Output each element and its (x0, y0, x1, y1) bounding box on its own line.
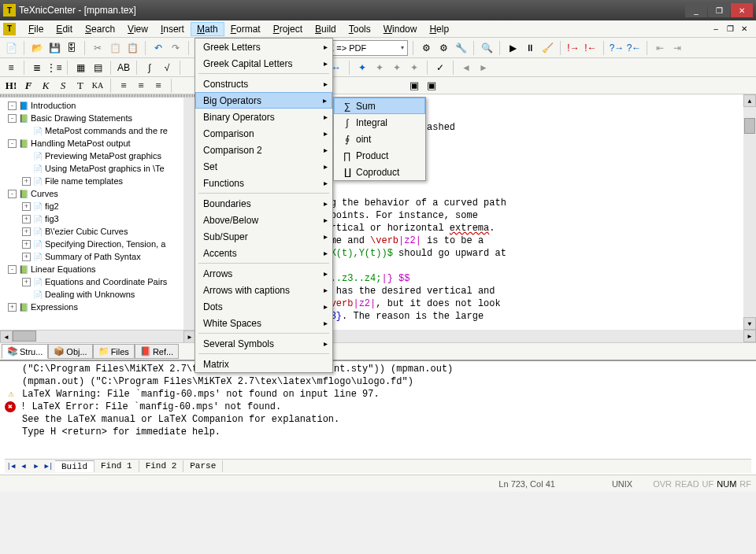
clean-button[interactable]: 🧹 (539, 40, 555, 56)
menu-search[interactable]: Search (79, 22, 121, 36)
format-t-button[interactable]: T (72, 79, 88, 93)
tree-node[interactable]: +📄Equations and Coordinate Pairs (2, 275, 195, 288)
build-button[interactable]: ⚙ (418, 40, 434, 56)
bigop-oint[interactable]: ∮oint (334, 131, 425, 147)
format-h-button[interactable]: H! (3, 79, 19, 93)
misc-icon-1[interactable]: ▣ (406, 79, 422, 93)
bigop-integral[interactable]: ∫Integral (334, 114, 425, 131)
math-menu-constructs[interactable]: Constructs (195, 76, 332, 92)
structure-tree[interactable]: -📘Introduction-📗Basic Drawing Statements… (0, 98, 196, 330)
undo-button[interactable]: ↶ (150, 40, 166, 56)
editor-scrollbar-v[interactable]: ▲ ▼ (743, 94, 756, 330)
tree-scrollbar-h[interactable]: ◄► (0, 330, 196, 342)
menu-build[interactable]: Build (309, 22, 343, 36)
tree-node[interactable]: +📄fig3 (2, 212, 195, 225)
prev-warning-button[interactable]: ?← (626, 40, 642, 56)
nav-fwd-button[interactable]: ⇥ (669, 40, 685, 56)
menu-insert[interactable]: Insert (154, 22, 191, 36)
save-all-button[interactable]: 🗄 (64, 40, 80, 56)
align-right-button[interactable]: ≡ (150, 79, 166, 93)
table-button[interactable]: ▦ (72, 60, 88, 76)
next-warning-button[interactable]: ?→ (609, 40, 624, 56)
math-menu-boundaries[interactable]: Boundaries (195, 195, 332, 212)
math-menu-big-operators[interactable]: Big Operators (195, 92, 332, 109)
build-all-button[interactable]: ⚙ (435, 40, 451, 56)
output-tab-find1[interactable]: Find 1 (94, 460, 139, 472)
format-ka-button[interactable]: KA (90, 79, 106, 93)
new-button[interactable]: 📄 (3, 40, 19, 56)
format-f-button[interactable]: F (20, 79, 36, 93)
tree-node[interactable]: -📗Linear Equations (2, 263, 195, 275)
bigop-coproduct[interactable]: ∐Coproduct (334, 164, 425, 180)
bookmark-next-button[interactable]: ► (476, 60, 491, 76)
sqrt-button[interactable]: √ (159, 60, 175, 76)
tree-node[interactable]: -📗Basic Drawing Statements (2, 112, 195, 124)
paste-button[interactable]: 📋 (124, 40, 140, 56)
open-button[interactable]: 📂 (29, 40, 45, 56)
menu-window[interactable]: Window (377, 22, 424, 36)
math-menu-matrix[interactable]: Matrix (195, 356, 332, 372)
math-menu-greek-capital-letters[interactable]: Greek Capital Letters (195, 55, 332, 72)
redo-button[interactable]: ↷ (168, 40, 183, 56)
spellcheck-button[interactable]: ✓ (432, 60, 448, 76)
panel-tab-Obj[interactable]: 📦Obj... (48, 344, 92, 359)
menu-edit[interactable]: Edit (50, 22, 79, 36)
formula-button[interactable]: ∫ (142, 60, 158, 76)
menu-math[interactable]: Math (191, 22, 224, 36)
mdi-close[interactable]: ✕ (739, 24, 750, 35)
description-button[interactable]: ⋮≡ (46, 60, 62, 76)
tabular-button[interactable]: ▤ (90, 60, 106, 76)
prev-error-button[interactable]: !← (583, 40, 598, 56)
app-menu-icon[interactable]: T (3, 23, 16, 35)
output-body[interactable]: ("C:\Program Files\MiKTeX 2.7\tex\latex\… (5, 363, 751, 459)
compile-button[interactable]: 🔧 (453, 40, 469, 56)
math-menu-comparison-2[interactable]: Comparison 2 (195, 142, 332, 158)
big-operators-submenu[interactable]: ∑Sum∫Integral∮oint∏Product∐Coproduct (333, 97, 426, 181)
mdi-restore[interactable]: ❐ (724, 24, 736, 35)
math-menu-accents[interactable]: Accents (195, 245, 332, 261)
math-menu-arrows[interactable]: Arrows (195, 265, 332, 282)
math-menu-white-spaces[interactable]: White Spaces (195, 315, 332, 331)
tree-node[interactable]: +📄Specifying Direction, Tension, a (2, 238, 195, 250)
math-menu-dots[interactable]: Dots (195, 298, 332, 315)
math-menu-dropdown[interactable]: Greek LettersGreek Capital LettersConstr… (195, 38, 333, 373)
tree-node[interactable]: +📗Expressions (2, 301, 195, 313)
panel-tab-Ref[interactable]: 📕Ref... (135, 344, 179, 359)
output-nav-btn[interactable]: |◀ (5, 460, 17, 473)
math-menu-binary-operators[interactable]: Binary Operators (195, 109, 332, 125)
tree-node[interactable]: +📄fig2 (2, 200, 195, 212)
tree-node[interactable]: -📘Introduction (2, 99, 195, 112)
wand3-button[interactable]: ✦ (389, 60, 405, 76)
math-menu-arrows-with-captions[interactable]: Arrows with captions (195, 282, 332, 298)
math-menu-above/below[interactable]: Above/Below (195, 212, 332, 228)
tree-node[interactable]: 📄Previewing MetaPost graphics (2, 150, 195, 162)
enumerate-button[interactable]: ≣ (29, 60, 45, 76)
tree-node[interactable]: +📄File name templates (2, 175, 195, 187)
tree-node[interactable]: -📗Handling MetaPost output (2, 137, 195, 150)
nav-back-button[interactable]: ⇤ (652, 40, 668, 56)
menu-format[interactable]: Format (224, 22, 267, 36)
math-menu-set[interactable]: Set (195, 158, 332, 175)
output-nav-btn[interactable]: ▶| (43, 460, 55, 473)
view-output-button[interactable]: 🔍 (479, 40, 495, 56)
math-menu-sub/super[interactable]: Sub/Super (195, 228, 332, 245)
align-center-button[interactable]: ≡ (133, 79, 149, 93)
next-error-button[interactable]: !→ (565, 40, 581, 56)
menu-project[interactable]: Project (267, 22, 309, 36)
output-tab-parse[interactable]: Parse (183, 460, 223, 472)
output-nav-btn[interactable]: ◀ (17, 460, 30, 473)
align-left-button[interactable]: ≡ (116, 79, 132, 93)
tree-node[interactable]: 📄Dealing with Unknowns (2, 288, 195, 301)
math-menu-greek-letters[interactable]: Greek Letters (195, 39, 332, 55)
bigop-sum[interactable]: ∑Sum (334, 98, 425, 114)
menu-tools[interactable]: Tools (343, 22, 377, 36)
label-button[interactable]: AB (116, 60, 132, 76)
menu-file[interactable]: File (22, 22, 50, 36)
itemize-button[interactable]: ≡ (3, 60, 19, 76)
bigop-product[interactable]: ∏Product (334, 147, 425, 164)
tree-node[interactable]: -📗Curves (2, 187, 195, 200)
panel-tab-Stru[interactable]: 📚Stru... (2, 344, 48, 359)
build-view-button[interactable]: ▶ (505, 40, 521, 56)
stop-build-button[interactable]: ⏸ (522, 40, 538, 56)
output-nav-btn[interactable]: ▶ (30, 460, 43, 473)
